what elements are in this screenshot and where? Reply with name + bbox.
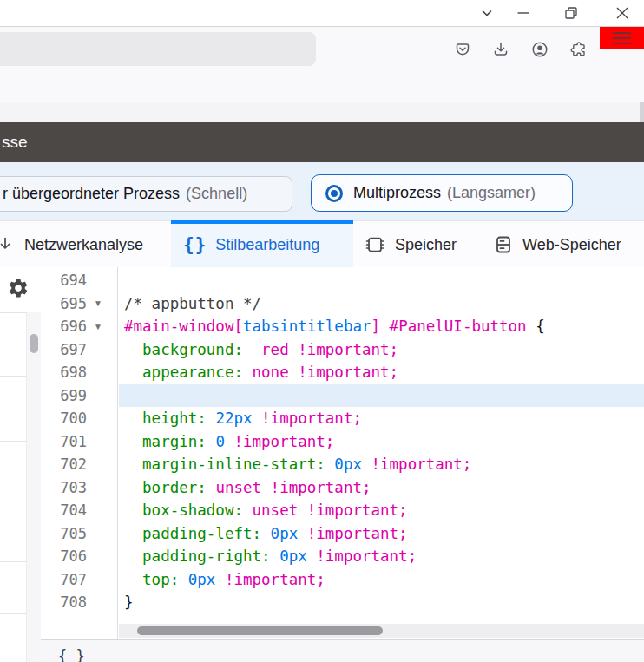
code-line-700[interactable]: height: 22px !important;: [119, 407, 644, 430]
stylesheet-list: [0, 312, 27, 662]
url-bar[interactable]: [0, 32, 316, 66]
pocket-save-button[interactable]: [453, 40, 472, 59]
style-editor-main: 694695▼696▼69769869970070170270370470570…: [0, 267, 644, 662]
line-number: 707: [42, 571, 87, 588]
line-number: 702: [42, 456, 87, 473]
code-line-702[interactable]: margin-inline-start: 0px !important;: [119, 453, 644, 476]
fold-toggle-icon[interactable]: ▼: [87, 298, 109, 308]
code-line-705[interactable]: padding-left: 0px !important;: [119, 522, 644, 546]
gutter-row: 708: [42, 591, 117, 614]
window-titlebar: [0, 0, 644, 27]
code-line-701[interactable]: margin: 0 !important;: [119, 430, 644, 454]
multiprocess-hint: (Langsamer): [447, 184, 536, 202]
sidebar-scrollbar[interactable]: [27, 312, 41, 662]
stylesheet-list-item[interactable]: [0, 614, 26, 662]
tab-label: Web-Speicher: [522, 236, 621, 254]
parent-process-hint: (Schnell): [186, 185, 247, 203]
line-number: 706: [42, 547, 87, 565]
line-number: 699: [42, 387, 87, 404]
line-number: 705: [42, 525, 87, 542]
code-line-697[interactable]: background: red !important;: [119, 338, 644, 362]
code-line-694[interactable]: [119, 269, 644, 292]
editor-hscrollbar-thumb[interactable]: [137, 626, 383, 635]
code-line-696[interactable]: #main-window[tabsintitlebar] #PanelUI-bu…: [119, 315, 644, 338]
hamburger-icon: [613, 32, 631, 34]
line-number: 695: [42, 295, 87, 312]
line-number: 708: [42, 593, 87, 611]
parent-process-label: r übergeordneter Prozess: [3, 185, 180, 203]
tab-stilbearbeitung[interactable]: {} Stilbearbeitung: [183, 221, 319, 268]
stylesheet-list-item[interactable]: [0, 442, 26, 501]
gutter-row: 701: [42, 430, 117, 454]
tab-list-chevron-button[interactable]: [476, 3, 498, 23]
toolbox-title-truncated: sse: [0, 133, 28, 152]
page-scrollbar[interactable]: [640, 102, 644, 122]
code-line-707[interactable]: top: 0px !important;: [119, 568, 644, 592]
close-icon: [613, 3, 632, 23]
code-line-698[interactable]: appearance: none !important;: [119, 361, 644, 384]
sidebar-scrollbar-thumb[interactable]: [30, 334, 38, 353]
stylesheet-list-item[interactable]: [0, 377, 26, 442]
editor-hscrollbar[interactable]: [119, 624, 644, 638]
app-menu-button[interactable]: [600, 27, 644, 49]
navigation-toolbar: [0, 27, 644, 102]
code-line-706[interactable]: padding-right: 0px !important;: [119, 545, 644, 568]
pocket-icon: [453, 40, 472, 59]
fold-toggle-icon[interactable]: ▼: [87, 322, 109, 331]
gutter-row: 706: [42, 545, 117, 568]
gutter-row: 705: [42, 522, 117, 546]
tab-label: Stilbearbeitung: [215, 236, 319, 254]
sidebar-toolbar: [0, 267, 41, 312]
stylesheet-list-item[interactable]: [0, 313, 26, 377]
stylesheet-list-item[interactable]: [0, 562, 26, 614]
toolbox-header: sse: [0, 122, 644, 162]
braces-icon: {}: [183, 234, 207, 255]
parent-process-option[interactable]: r übergeordneter Prozess (Schnell): [0, 176, 292, 212]
download-icon: [491, 40, 510, 59]
tab-web-speicher[interactable]: Web-Speicher: [493, 221, 621, 268]
line-number: 694: [42, 272, 87, 289]
downloads-button[interactable]: [491, 40, 510, 59]
extensions-button[interactable]: [569, 40, 588, 59]
code-line-708[interactable]: }: [119, 591, 644, 614]
line-number: 703: [42, 479, 87, 496]
code-line-703[interactable]: border: unset !important;: [119, 476, 644, 500]
minimize-button[interactable]: [512, 3, 535, 23]
browser-window: sse r übergeordneter Prozess (Schnell) M…: [0, 0, 644, 662]
code-line-699[interactable]: [119, 384, 644, 408]
gutter-row: 695▼: [42, 292, 117, 316]
content-top-strip: [0, 102, 644, 122]
code-line-704[interactable]: box-shadow: unset !important;: [119, 499, 644, 522]
gutter-row: 698: [42, 361, 117, 384]
multiprocess-option[interactable]: Multiprozess (Langsamer): [311, 174, 573, 212]
account-button[interactable]: [530, 40, 549, 59]
line-number: 696: [42, 318, 87, 335]
line-number: 698: [42, 364, 87, 381]
gutter-row: 702: [42, 453, 117, 476]
at-rules-braces: { }: [58, 647, 85, 662]
gutter-row: 700: [42, 407, 117, 430]
options-button[interactable]: [7, 277, 30, 299]
line-number: 700: [42, 410, 87, 427]
restore-button[interactable]: [560, 3, 582, 23]
line-number: 701: [42, 433, 87, 450]
line-number: 697: [42, 341, 87, 358]
restore-icon: [562, 3, 581, 23]
gear-icon: [7, 277, 30, 299]
stylesheet-list-item[interactable]: [0, 501, 26, 562]
gutter-row: 707: [42, 568, 117, 592]
devtools-tabbar: Netzwerkanalyse {} Stilbearbeitung Speic…: [0, 220, 644, 269]
puzzle-icon: [569, 40, 588, 59]
gutter-row: 699: [42, 384, 117, 408]
tab-label: Speicher: [395, 236, 457, 254]
tab-speicher[interactable]: Speicher: [364, 221, 457, 268]
close-button[interactable]: [611, 3, 634, 23]
tab-netzwerkanalyse[interactable]: Netzwerkanalyse: [0, 221, 143, 268]
gutter-row: 697: [42, 338, 117, 362]
code-line-695[interactable]: /* appbutton */: [119, 292, 644, 316]
gutter-row: 704: [42, 499, 117, 522]
storage-icon: [493, 234, 514, 255]
gutter-row: 696▼: [42, 315, 117, 338]
editor-code[interactable]: /* appbutton */#main-window[tabsintitleb…: [119, 267, 644, 626]
radio-selected-icon: [325, 185, 343, 202]
